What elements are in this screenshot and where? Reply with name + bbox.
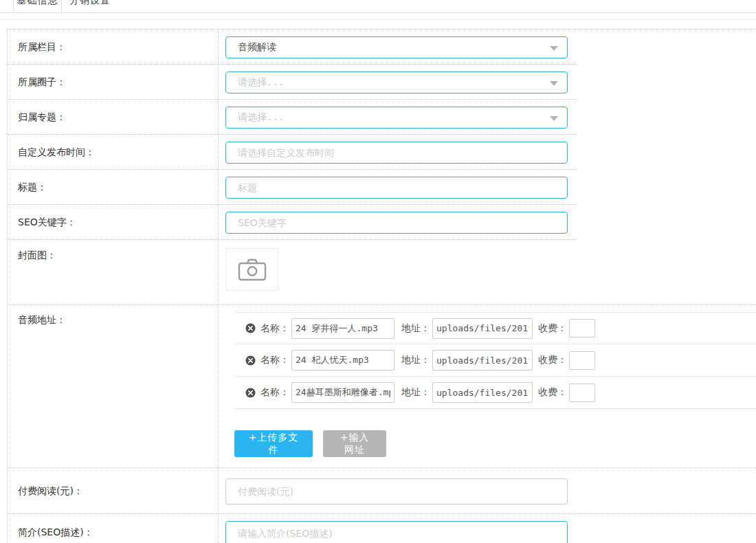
tab-basic-info-label: 基础信息 — [14, 0, 61, 7]
circle-label: 所属圈子： — [8, 65, 218, 100]
audio-file-row: 名称： 地址： 收费： — [234, 344, 756, 377]
audio-name-label: 名称： — [260, 322, 289, 335]
form-row-price: 付费阅读(元)： — [8, 468, 756, 514]
seo-keywords-input[interactable] — [225, 212, 568, 234]
form-row-seo-keywords: SEO关键字： — [8, 205, 756, 240]
publish-time-input[interactable] — [225, 142, 568, 164]
form-row-circle: 所属圈子： 请选择... — [8, 65, 756, 100]
chevron-down-icon — [550, 46, 558, 51]
cover-upload-button[interactable] — [225, 248, 278, 291]
audio-label: 音频地址： — [8, 305, 218, 468]
audio-fee-input[interactable] — [569, 384, 595, 402]
form-row-cover: 封面图： — [8, 240, 756, 305]
form-row-category: 所属栏目： 音频解读 — [8, 30, 756, 65]
price-label: 付费阅读(元)： — [8, 468, 218, 514]
circle-close-icon[interactable] — [245, 355, 256, 366]
category-select[interactable]: 音频解读 — [225, 36, 568, 58]
summary-label: 简介(SEO描述)： — [8, 514, 218, 543]
panel-top-divider — [0, 19, 756, 20]
circle-placeholder: 请选择... — [238, 76, 284, 89]
tab-basic-info[interactable]: 基础信息 — [13, 0, 62, 13]
camera-icon — [238, 258, 267, 281]
tab-distribution-settings[interactable]: 分销设置 — [63, 0, 118, 13]
category-label: 所属栏目： — [8, 30, 218, 65]
price-input[interactable] — [225, 478, 568, 505]
audio-name-label: 名称： — [260, 354, 289, 366]
audio-file-row: 名称： 地址： 收费： — [234, 312, 756, 344]
cover-label: 封面图： — [8, 240, 218, 305]
topic-placeholder: 请选择... — [238, 111, 284, 124]
audio-fee-input[interactable] — [569, 351, 595, 370]
audio-file-row: 名称： 地址： 收费： — [234, 377, 756, 409]
form-row-audio: 音频地址： 名称： 地址： 收费： — [8, 305, 756, 468]
audio-fee-label: 收费： — [538, 386, 567, 399]
audio-name-input[interactable] — [291, 350, 394, 370]
title-label: 标题： — [8, 170, 218, 205]
circle-select[interactable]: 请选择... — [225, 71, 568, 93]
audio-url-input[interactable] — [432, 318, 533, 339]
audio-url-label: 地址： — [401, 322, 430, 335]
summary-textarea[interactable] — [225, 521, 568, 543]
circle-close-icon[interactable] — [245, 323, 256, 333]
chevron-down-icon — [550, 116, 558, 121]
tabbar-divider — [0, 12, 756, 13]
publish-form-page: 基础信息 分销设置 所属栏目： 音频解读 所属圈子： 请选择... — [0, 0, 756, 543]
form-row-publish-time: 自定义发布时间： — [8, 135, 756, 170]
form-row-summary: 简介(SEO描述)： — [8, 514, 756, 543]
title-input[interactable] — [225, 177, 568, 199]
audio-fee-label: 收费： — [538, 354, 567, 366]
audio-url-input[interactable] — [432, 382, 533, 403]
form-row-title: 标题： — [8, 170, 756, 205]
tab-distribution-settings-label: 分销设置 — [63, 0, 118, 7]
audio-name-input[interactable] — [291, 382, 394, 403]
enter-url-button[interactable]: +输入网址 — [323, 430, 386, 457]
audio-file-list: 名称： 地址： 收费： 名称： 地址： — [234, 312, 756, 409]
publish-time-label: 自定义发布时间： — [8, 135, 218, 170]
chevron-down-icon — [550, 81, 558, 86]
topic-select[interactable]: 请选择... — [225, 107, 568, 129]
form-row-topic: 归属专题： 请选择... — [8, 100, 756, 135]
upload-multiple-files-button[interactable]: +上传多文件 — [234, 430, 313, 457]
audio-fee-input[interactable] — [569, 319, 595, 337]
seo-keywords-label: SEO关键字： — [8, 205, 218, 240]
audio-fee-label: 收费： — [538, 322, 567, 335]
basic-info-form: 所属栏目： 音频解读 所属圈子： 请选择... 归属专题： — [7, 29, 756, 543]
category-selected-value: 音频解读 — [238, 41, 276, 54]
topic-label: 归属专题： — [8, 100, 218, 135]
circle-close-icon[interactable] — [245, 388, 256, 398]
tab-bar: 基础信息 分销设置 — [0, 0, 756, 13]
audio-url-label: 地址： — [401, 354, 430, 366]
audio-url-label: 地址： — [401, 386, 430, 399]
audio-name-label: 名称： — [260, 386, 289, 399]
audio-name-input[interactable] — [291, 318, 394, 339]
audio-url-input[interactable] — [432, 350, 533, 370]
